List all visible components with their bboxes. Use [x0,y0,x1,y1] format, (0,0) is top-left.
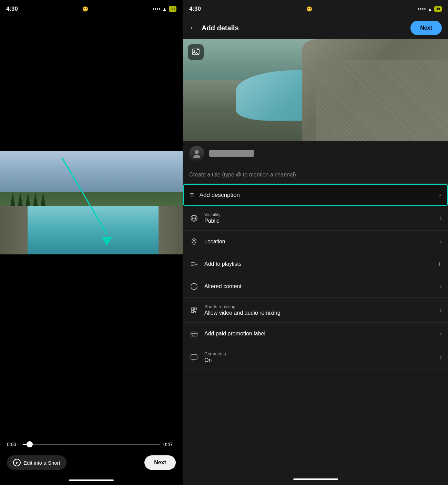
remix-icon [189,305,199,315]
comments-chevron: › [440,354,442,361]
menu-item-location-left: Location [189,237,225,246]
playlists-label: Add to playlists [204,261,242,267]
right-status-bar: 4:30 😊 ▲ 39 [183,0,448,17]
location-label: Location [204,239,225,245]
next-button-left[interactable]: Next [144,455,176,470]
next-label-right: Next [420,25,432,31]
menu-item-comments[interactable]: Comments On › [183,345,448,370]
info-circle-icon [189,282,199,291]
video-thumbnail [183,39,448,141]
header-title: Add details [202,24,239,32]
menu-item-playlists[interactable]: Add to playlists + [183,253,448,275]
next-button-right[interactable]: Next [410,21,442,35]
user-row [183,141,448,166]
visibility-label-main: Public [204,218,221,224]
svg-point-19 [194,285,194,285]
left-panel: 4:30 😊 ▲ 39 [0,0,183,485]
right-header: ← Add details Next [183,17,448,39]
menu-item-paid-promotion[interactable]: Add paid promotion label › [183,323,448,345]
globe-svg [190,214,198,222]
svg-point-21 [192,335,193,336]
wifi-icon: ▲ [162,7,167,12]
globe-icon [189,213,199,223]
avatar [189,146,204,161]
bottom-buttons: ▶ Edit into a Short Next [7,455,176,470]
description-row[interactable]: ≡ Add description › [183,184,448,206]
right-time: 4:30 [189,6,201,12]
left-status-bar: 4:30 😊 ▲ 39 [0,0,183,17]
location-chevron: › [440,238,442,245]
river-water [17,206,165,254]
right-wifi-icon: ▲ [428,7,432,12]
start-time-label: 0:03 [7,442,19,447]
visibility-text: Visibility Public [204,212,221,224]
pin-svg [190,238,198,245]
edit-short-label: Edit into a Short [23,460,60,466]
edit-short-icon: ▶ [13,459,21,466]
timeline-row: 0:03 0:47 [7,442,176,447]
thumbnail-overlay[interactable] [188,44,204,60]
plus-icon: + [437,260,442,269]
description-label: Add description [200,192,240,199]
visibility-chevron: › [440,214,442,222]
right-home-indicator [183,475,448,485]
username-bar [209,150,254,157]
location-pin-icon [189,237,199,246]
menu-item-comments-left: Comments On [189,351,226,363]
right-rocks-detail [316,60,448,141]
river-rocks-left [0,206,28,254]
visibility-label-top: Visibility [204,212,221,217]
altered-content-chevron: › [440,283,442,290]
menu-item-paid-left: Add paid promotion label [189,329,265,339]
signal-dots [153,8,160,10]
promotion-svg [190,330,198,337]
menu-item-visibility-left: Visibility Public [189,212,221,224]
left-home-bar [69,479,114,481]
remix-svg [190,306,198,314]
svg-rect-23 [191,355,197,359]
svg-point-11 [193,240,195,241]
left-video-frame [0,151,183,254]
playlist-add-icon [189,259,199,269]
menu-item-altered-content[interactable]: Altered content › [183,275,448,298]
paid-promotion-chevron: › [440,330,442,337]
menu-item-shorts-remixing[interactable]: Shorts remixing Allow video and audio re… [183,298,448,323]
right-panel: 4:30 😊 ▲ 39 ← Add details Next [183,0,448,485]
left-emoji-icon: 😊 [82,6,88,12]
svg-point-5 [195,150,199,154]
comment-svg [190,354,198,361]
timeline-thumb[interactable] [27,441,33,447]
timeline-track[interactable] [23,444,160,445]
menu-item-location[interactable]: Location › [183,231,448,253]
header-left: ← Add details [189,23,239,32]
comments-text: Comments On [204,351,226,363]
shorts-remixing-chevron: › [440,306,442,314]
left-controls: 0:03 0:47 ▶ Edit into a Short Next [0,254,183,477]
back-icon[interactable]: ← [189,23,197,32]
info-svg [190,283,198,290]
svg-point-6 [193,155,200,158]
shorts-remixing-text: Shorts remixing Allow video and audio re… [204,304,281,316]
paid-promotion-label: Add paid promotion label [204,331,265,337]
promotion-icon [189,329,199,339]
right-signal-dots [418,8,426,10]
description-icon: ≡ [190,191,194,199]
right-battery-badge: 39 [434,6,442,12]
playlists-plus: + [437,260,442,269]
left-home-indicator [0,477,183,485]
edit-short-button[interactable]: ▶ Edit into a Short [7,455,67,470]
menu-item-visibility[interactable]: Visibility Public › [183,206,448,231]
playlist-svg [190,260,198,268]
description-left: ≡ Add description [190,191,240,199]
comments-label-top: Comments [204,351,226,356]
avatar-silhouette [192,149,202,158]
right-status-icons: ▲ 39 [418,6,442,12]
shorts-remixing-label-main: Allow video and audio remixing [204,310,281,316]
menu-item-altered-left: Altered content [189,282,242,291]
altered-content-label: Altered content [204,283,242,290]
title-input-area[interactable]: Create a title (type @ to mention a chan… [183,166,448,184]
title-placeholder: Create a title (type @ to mention a chan… [189,172,296,178]
comments-label-main: On [204,357,226,363]
right-emoji-icon: 😊 [306,6,312,12]
shorts-remixing-label-top: Shorts remixing [204,304,281,309]
